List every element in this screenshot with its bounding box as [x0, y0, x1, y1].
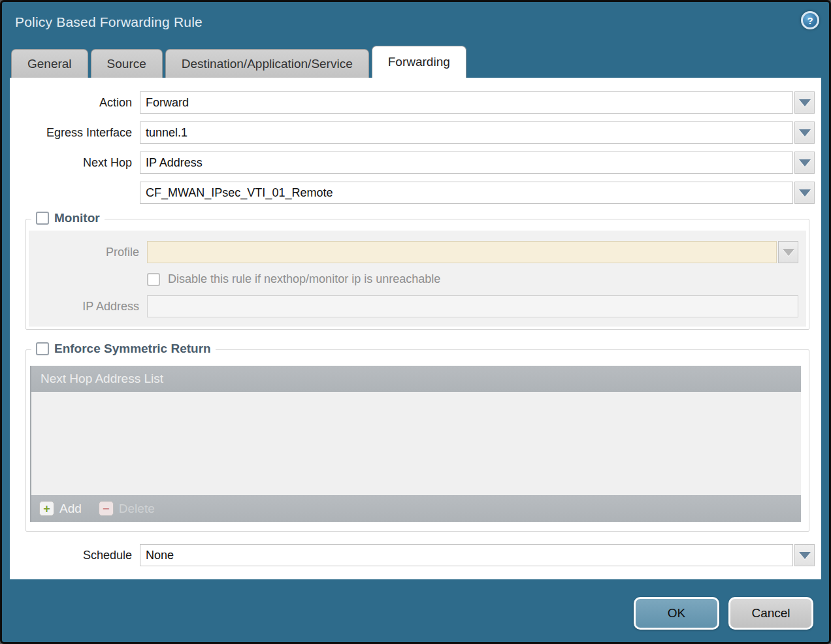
plus-icon: + [39, 501, 54, 516]
table-footer: + Add − Delete [31, 495, 801, 522]
dialog-title: Policy Based Forwarding Rule [15, 14, 203, 30]
schedule-dropdown-button[interactable] [794, 544, 815, 566]
forwarding-tab-panel: Action Forward Egress Interface tunnel.1 [10, 78, 821, 579]
monitor-legend: Monitor [31, 211, 105, 225]
add-button-label: Add [59, 502, 82, 516]
tab-source[interactable]: Source [91, 49, 163, 78]
monitor-fieldset: Monitor Profile Disable [25, 219, 809, 330]
minus-icon: − [99, 501, 114, 516]
profile-dropdown-button [778, 241, 798, 263]
schedule-label: Schedule [10, 549, 140, 562]
egress-interface-dropdown-button[interactable] [794, 121, 815, 144]
cancel-button[interactable]: Cancel [728, 597, 813, 630]
tab-label: Forwarding [388, 55, 450, 69]
next-hop-row: Next Hop IP Address [10, 152, 815, 174]
schedule-value: None [146, 549, 174, 562]
tab-label: Destination/Application/Service [182, 57, 353, 71]
action-value: Forward [146, 96, 189, 110]
enforce-symmetric-return-fieldset: Enforce Symmetric Return Next Hop Addres… [25, 349, 809, 532]
action-label: Action [10, 96, 140, 110]
action-row: Action Forward [10, 91, 815, 114]
cancel-button-label: Cancel [751, 606, 790, 620]
next-hop-type-dropdown-button[interactable] [794, 152, 815, 174]
policy-based-forwarding-dialog: Policy Based Forwarding Rule ? General S… [0, 0, 831, 644]
monitor-ip-address-row: IP Address [29, 295, 798, 317]
monitor-legend-label: Monitor [54, 211, 100, 225]
monitor-ip-address-input [147, 295, 798, 317]
action-dropdown-button[interactable] [794, 91, 815, 114]
table-body-empty [31, 392, 801, 495]
ok-button[interactable]: OK [634, 597, 719, 630]
help-icon[interactable]: ? [801, 11, 819, 29]
monitor-checkbox[interactable] [36, 212, 49, 225]
tab-label: Source [107, 57, 146, 71]
egress-interface-label: Egress Interface [10, 126, 140, 140]
egress-interface-value: tunnel.1 [146, 126, 187, 140]
help-glyph: ? [807, 15, 813, 26]
tab-label: General [27, 57, 72, 71]
egress-interface-input[interactable]: tunnel.1 [140, 121, 793, 144]
table-header-label: Next Hop Address List [41, 372, 163, 386]
next-hop-label: Next Hop [10, 156, 140, 170]
tab-forwarding[interactable]: Forwarding [372, 46, 466, 78]
tab-general[interactable]: General [11, 49, 88, 78]
chevron-down-icon [799, 129, 811, 137]
chevron-down-icon [799, 99, 811, 106]
tab-destination-application-service[interactable]: Destination/Application/Service [165, 49, 369, 78]
profile-input [147, 241, 777, 263]
chevron-down-icon [799, 189, 811, 197]
monitor-ip-address-label: IP Address [29, 300, 147, 314]
profile-row: Profile [29, 241, 798, 263]
next-hop-type-value: IP Address [146, 156, 203, 170]
next-hop-type-input[interactable]: IP Address [140, 152, 793, 174]
delete-button-label: Delete [119, 502, 155, 516]
next-hop-address-dropdown-button[interactable] [794, 182, 815, 204]
next-hop-address-value: CF_MWAN_IPsec_VTI_01_Remote [146, 186, 333, 200]
enforce-symmetric-return-label: Enforce Symmetric Return [54, 342, 211, 356]
schedule-row: Schedule None [10, 544, 815, 566]
tab-strip: General Source Destination/Application/S… [11, 46, 466, 78]
profile-label: Profile [29, 246, 147, 259]
action-input[interactable]: Forward [140, 91, 793, 114]
next-hop-address-row: CF_MWAN_IPsec_VTI_01_Remote [10, 182, 815, 204]
disable-rule-checkbox [147, 273, 160, 286]
monitor-disabled-area: Profile Disable this rule if nexthop/mon… [29, 231, 806, 327]
chevron-down-icon [799, 552, 811, 559]
ok-button-label: OK [668, 606, 685, 620]
enforce-symmetric-return-legend: Enforce Symmetric Return [31, 342, 216, 356]
schedule-input[interactable]: None [140, 544, 793, 566]
egress-interface-row: Egress Interface tunnel.1 [10, 121, 815, 144]
next-hop-address-input[interactable]: CF_MWAN_IPsec_VTI_01_Remote [140, 182, 793, 204]
enforce-symmetric-return-checkbox[interactable] [36, 342, 49, 355]
disable-rule-label: Disable this rule if nexthop/monitor ip … [168, 272, 440, 286]
table-header: Next Hop Address List [31, 366, 801, 392]
disable-rule-row: Disable this rule if nexthop/monitor ip … [147, 272, 798, 286]
chevron-down-icon [799, 159, 811, 167]
delete-button: − Delete [99, 501, 155, 516]
next-hop-address-list-table: Next Hop Address List + Add − Delete [30, 366, 801, 522]
title-bar: Policy Based Forwarding Rule ? [2, 2, 829, 45]
chevron-down-icon [783, 249, 794, 256]
add-button[interactable]: + Add [39, 501, 82, 516]
